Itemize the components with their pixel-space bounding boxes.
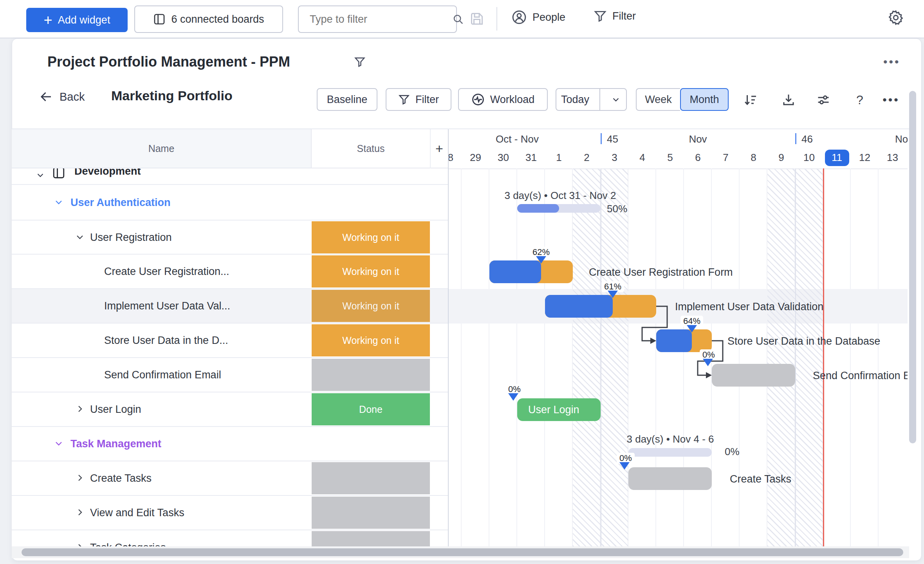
month-label: Oct - Nov [448,132,601,146]
people-button[interactable]: People [511,9,565,25]
week-toggle[interactable]: Week [636,88,680,111]
chevron-down-icon[interactable] [54,439,64,449]
day-header: 5 [656,147,684,168]
gantt-bar-create-user-registration-form[interactable] [489,260,573,283]
day-header: 30 [489,147,517,168]
day-header: 2 [573,147,601,168]
progress-marker[interactable] [508,393,518,401]
table-row[interactable]: Create Tasks [12,461,448,496]
status-badge[interactable] [312,462,430,494]
table-row[interactable]: Task Management [12,427,448,461]
status-badge[interactable]: Working on it [312,290,430,322]
board-icon [52,168,65,179]
filter-search-box [298,5,457,33]
status-column-header[interactable]: Status [312,129,430,168]
help-button[interactable]: ? [851,90,869,110]
filter-button[interactable]: Filter [594,9,636,23]
summary-progress-bar[interactable] [517,204,601,213]
table-row[interactable]: Send Confirmation Email [12,358,448,392]
title-filter-icon[interactable] [354,56,366,68]
search-input[interactable] [299,13,452,25]
table-row[interactable]: Create User Registration... Working on i… [12,255,448,289]
chevron-down-icon[interactable] [75,232,85,242]
bar-label: Implement User Data Validation [675,301,823,313]
top-toolbar: + Add widget 6 connected boards People [0,0,924,38]
day-header: 7 [712,147,740,168]
board-title: Marketing Portfolio [111,88,233,103]
chevron-right-icon[interactable] [75,508,85,518]
chevron-down-icon[interactable] [36,171,46,181]
add-widget-button[interactable]: + Add widget [26,8,128,32]
today-button[interactable]: Today [556,88,627,111]
month-label: Nov [601,132,795,146]
settings-gear-icon[interactable] [888,9,904,26]
add-column-button[interactable]: + [430,129,448,168]
progress-marker[interactable] [619,462,630,470]
day-header: 6 [684,147,712,168]
gantt-body: 3 day(s) • Oct 31 - Nov 2 50% 62% Create… [449,168,908,546]
today-pill: 11 [825,150,849,166]
table-row[interactable]: Task Categories [12,530,448,546]
chevron-down-icon[interactable] [54,197,64,208]
vertical-scrollbar[interactable] [909,91,916,443]
table-row[interactable]: User Authentication [12,185,448,221]
save-icon[interactable] [470,12,484,26]
widget-title: Project Portfolio Management - PPM [47,54,290,70]
summary-progress-fill [517,204,559,213]
chevron-right-icon[interactable] [75,404,85,414]
horizontal-scrollbar[interactable] [22,548,903,556]
gantt-bar-store-user-data[interactable] [656,329,712,352]
baseline-button[interactable]: Baseline [317,88,377,111]
view-settings-sliders-icon[interactable] [814,90,832,110]
chevron-right-icon[interactable] [75,542,85,546]
table-row[interactable]: User Registration Working on it [12,221,448,255]
toolbar-divider [496,7,497,31]
progress-marker[interactable] [608,291,618,298]
gantt-bar-create-tasks[interactable] [628,467,712,490]
bar-label: Create Tasks [730,473,791,485]
search-icon [452,13,464,25]
back-button[interactable]: Back [39,90,85,104]
progress-marker[interactable] [536,256,546,264]
gantt-filter-button[interactable]: Filter [386,88,451,111]
table-row[interactable]: Development [12,168,448,185]
name-column-header[interactable]: Name [12,129,312,168]
gantt-timeline: Oct - Nov 45 Nov 46 No 28 29 30 31 1 2 3… [448,129,908,546]
board-icon [153,13,166,25]
status-badge[interactable]: Done [312,393,430,425]
month-toggle[interactable]: Month [680,88,729,111]
summary-progress-bar[interactable] [628,448,712,457]
gantt-bar-user-login[interactable]: User Login [517,398,601,421]
summary-percent: 0% [725,446,740,458]
status-badge[interactable]: Working on it [312,255,430,287]
gantt-menu-button[interactable]: ••• [882,90,900,110]
status-badge[interactable] [312,359,430,391]
status-badge[interactable] [312,531,430,546]
connected-boards-button[interactable]: 6 connected boards [134,5,283,33]
table-row[interactable]: User Login Done [12,392,448,427]
table-row[interactable]: Store User Data in the D... Working on i… [12,324,448,358]
day-header: 29 [462,147,489,168]
bar-label: Send Confirmation Email [813,370,908,382]
progress-marker[interactable] [703,359,713,366]
status-badge[interactable]: Working on it [312,221,430,253]
gantt-bar-implement-user-data-validation[interactable] [545,295,656,318]
progress-marker[interactable] [687,325,697,333]
day-header: 4 [628,147,656,168]
gantt-bar-send-confirmation-email[interactable] [712,364,795,387]
task-table: Name Status + Development User Authentic… [12,129,448,546]
summary-range-label: 3 day(s) • Oct 31 - Nov 2 [490,190,631,202]
funnel-icon [398,94,410,105]
workload-button[interactable]: Workload [458,88,548,111]
chevron-down-icon[interactable] [606,95,626,104]
day-header: 9 [767,147,795,168]
chevron-right-icon[interactable] [75,473,85,483]
sort-icon[interactable] [741,90,759,110]
table-row[interactable]: View and Edit Tasks [12,496,448,530]
status-badge[interactable]: Working on it [312,324,430,356]
table-row[interactable]: Implement User Data Val... Working on it [12,289,448,324]
widget-menu-button[interactable]: ••• [883,55,901,69]
week-tick [795,133,796,144]
status-badge[interactable] [312,497,430,529]
export-download-icon[interactable] [780,90,798,110]
